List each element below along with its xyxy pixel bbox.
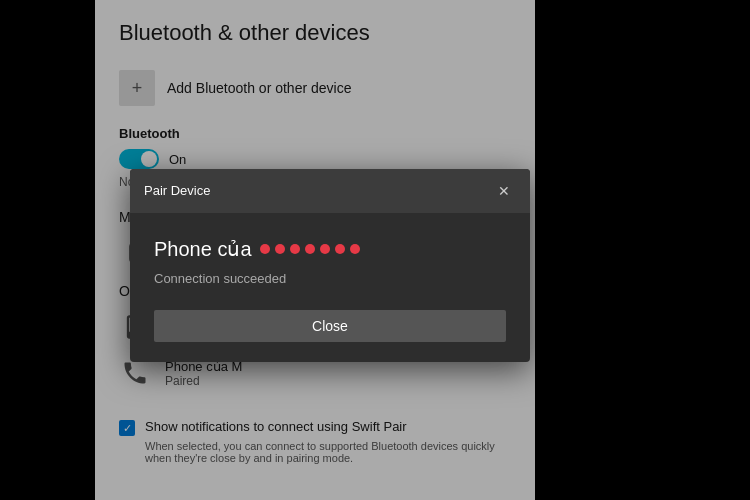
right-bar <box>535 0 750 500</box>
pair-device-modal: Pair Device ✕ Phone của <box>130 169 530 362</box>
modal-device-name-text: Phone của <box>154 237 252 261</box>
pin-dot-2 <box>275 244 285 254</box>
modal-device-name-row: Phone của <box>154 237 506 261</box>
modal-body: Phone của Connection succeeded Close <box>130 213 530 362</box>
connection-status: Connection succeeded <box>154 271 506 286</box>
pin-dots <box>260 244 360 254</box>
close-icon: ✕ <box>498 183 510 199</box>
pin-dot-3 <box>290 244 300 254</box>
modal-close-action-button[interactable]: Close <box>154 310 506 342</box>
modal-overlay: Pair Device ✕ Phone của <box>95 0 535 500</box>
pin-dot-6 <box>335 244 345 254</box>
pin-dot-1 <box>260 244 270 254</box>
left-sidebar <box>0 0 95 500</box>
settings-panel: Bluetooth & other devices + Add Bluetoot… <box>95 0 535 500</box>
modal-titlebar: Pair Device ✕ <box>130 169 530 213</box>
modal-title: Pair Device <box>144 183 210 198</box>
pin-dot-4 <box>305 244 315 254</box>
pin-dot-7 <box>350 244 360 254</box>
pin-dot-5 <box>320 244 330 254</box>
modal-close-button[interactable]: ✕ <box>492 179 516 203</box>
